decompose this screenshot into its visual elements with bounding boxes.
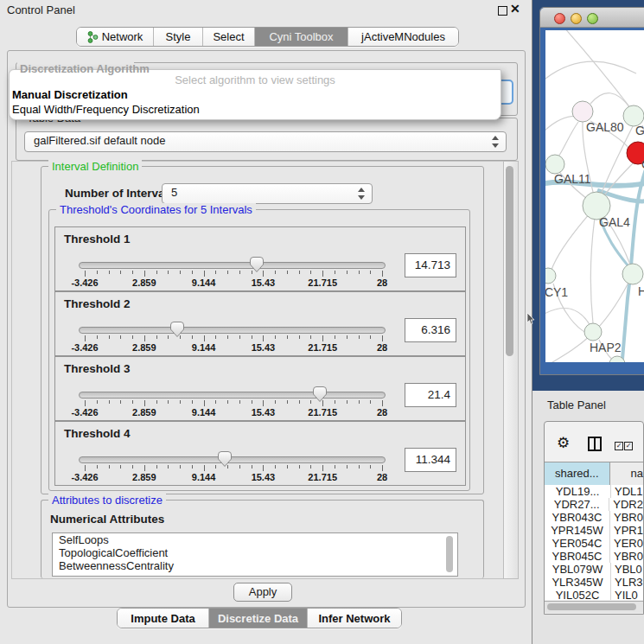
threshold-slider-track[interactable] <box>79 392 386 399</box>
slider-tick <box>168 400 169 404</box>
dropdown-item-manual[interactable]: Manual Discretization <box>12 88 128 101</box>
dropdown-hint: Select algorithm to view settings <box>10 73 501 86</box>
float-window-icon[interactable] <box>498 6 507 16</box>
slider-tick <box>347 271 348 274</box>
close-icon[interactable]: ✕ <box>510 2 520 16</box>
network-node[interactable] <box>622 264 643 284</box>
threshold-value-field[interactable]: 11.344 <box>405 448 456 472</box>
slider-tick <box>370 400 371 404</box>
threshold-value-field[interactable]: 6.316 <box>405 318 456 342</box>
slider-tick <box>85 400 86 406</box>
table-row[interactable]: YDL19...YDL1 <box>545 485 643 498</box>
network-node[interactable] <box>572 101 593 122</box>
threshold-slider-thumb[interactable] <box>217 450 233 468</box>
threshold-slider-track[interactable] <box>79 262 386 269</box>
tab-network[interactable]: Network <box>77 28 154 46</box>
attribute-item[interactable]: TopologicalCoefficient <box>53 546 457 559</box>
slider-tick <box>144 335 145 341</box>
table-row[interactable]: YBL079WYBL0 <box>545 563 643 576</box>
table-row[interactable]: YBR043CYBR0 <box>545 511 643 524</box>
slider-tick <box>132 465 133 469</box>
mouse-cursor <box>526 313 535 325</box>
table-row[interactable]: YIL052CYIL0 <box>545 589 643 600</box>
threshold-slider-track[interactable] <box>79 327 386 334</box>
tab-cyni-toolbox[interactable]: Cyni Toolbox <box>255 28 348 46</box>
close-traffic-light-icon[interactable] <box>554 13 565 24</box>
checkbox-icon[interactable]: ✓ <box>624 442 633 450</box>
checkbox-icon[interactable]: ✓ <box>615 442 623 450</box>
slider-tick <box>120 271 121 274</box>
dropdown-item-equal-width[interactable]: Equal Width/Frequency Discretization <box>12 103 200 116</box>
attributes-group-label: Attributes to discretize <box>48 494 166 507</box>
column-header-name[interactable]: na <box>610 462 643 485</box>
zoom-traffic-light-icon[interactable] <box>587 13 598 24</box>
tab-infer-network[interactable]: Infer Network <box>308 609 401 628</box>
horizontal-scrollbar-track[interactable] <box>545 601 643 613</box>
gear-icon[interactable]: ⚙ <box>557 436 570 450</box>
table-cell: YPR145W <box>545 524 610 537</box>
threshold-slider-thumb[interactable] <box>249 256 265 273</box>
table-cell: YBL079W <box>545 563 611 576</box>
tab-discretize-data[interactable]: Discretize Data <box>209 609 308 628</box>
slider-tick <box>192 271 193 274</box>
show-columns-icon[interactable] <box>588 437 602 451</box>
slider-tick <box>287 335 288 339</box>
vertical-scrollbar-thumb[interactable] <box>506 166 513 356</box>
tab-discretize-data-label: Discretize Data <box>218 612 298 625</box>
table-data-combobox[interactable]: galFiltered.sif default node <box>24 131 507 152</box>
slider-tick <box>192 335 193 339</box>
table-row[interactable]: YPR145WYPR1 <box>545 524 643 537</box>
table-row[interactable]: YDR27...YDR2 <box>545 498 643 511</box>
network-node-label: GAL4 <box>599 215 630 229</box>
slider-tick <box>310 465 311 469</box>
numerical-attributes-list[interactable]: SelfLoopsTopologicalCoefficientBetweenne… <box>52 532 458 577</box>
attributes-scrollbar-thumb[interactable] <box>446 536 453 572</box>
slider-tick <box>347 465 348 469</box>
numerical-attributes-title: Numerical Attributes <box>50 513 164 526</box>
table-cell: YIL0 <box>611 589 638 600</box>
horizontal-scrollbar-thumb[interactable] <box>547 603 636 610</box>
tab-style[interactable]: Style <box>154 28 203 46</box>
threshold-slider-thumb[interactable] <box>312 386 328 403</box>
threshold-value-field[interactable]: 21.4 <box>405 383 456 407</box>
tab-jactivemnodules[interactable]: jActiveMNodules <box>348 28 458 46</box>
combo-stepper-icon <box>491 136 499 148</box>
apply-button[interactable]: Apply <box>233 583 292 602</box>
slider-scale-label: 21.715 <box>296 342 348 353</box>
application-window: Control Panel ✕ Network Style Select Cyn… <box>0 0 644 644</box>
minimize-traffic-light-icon[interactable] <box>571 13 582 24</box>
tab-select[interactable]: Select <box>203 28 255 46</box>
threshold-value-field[interactable]: 14.713 <box>405 253 456 277</box>
slider-scale-label: -3.426 <box>59 407 111 418</box>
threshold-slider-thumb[interactable] <box>169 321 185 338</box>
slider-tick <box>275 335 276 339</box>
number-of-intervals-combobox[interactable]: 5 <box>162 183 373 204</box>
slider-tick <box>335 335 335 339</box>
table-cell: YIL052C <box>545 589 611 600</box>
tab-network-label: Network <box>102 30 143 43</box>
cyni-bottom-tabs: Impute Data Discretize Data Infer Networ… <box>117 608 402 628</box>
slider-tick <box>204 465 205 471</box>
slider-scale-label: 9.144 <box>178 277 230 288</box>
tab-impute-data[interactable]: Impute Data <box>118 609 209 628</box>
slider-tick <box>263 335 264 341</box>
network-node[interactable] <box>584 323 602 341</box>
slider-tick <box>192 465 193 469</box>
network-node[interactable] <box>545 268 556 284</box>
table-row[interactable]: YLR345WYLR3 <box>545 576 643 589</box>
network-canvas[interactable]: GAL80GACGAL11GAL4GCY1HHAP2 <box>545 30 644 362</box>
attribute-item[interactable]: SelfLoops <box>53 533 457 546</box>
network-node[interactable] <box>545 155 564 174</box>
attribute-item[interactable]: BetweennessCentrality <box>53 559 457 572</box>
table-row[interactable]: YBR045CYBR0 <box>545 550 643 563</box>
column-header-shared[interactable]: shared... <box>545 462 610 485</box>
table-row[interactable]: YER054CYER0 <box>545 537 643 550</box>
threshold-panel: Threshold 1-3.4262.8599.14415.4321.71528… <box>54 226 466 291</box>
network-window[interactable]: GAL80GACGAL11GAL4GCY1HHAP2 <box>539 7 644 375</box>
slider-tick <box>132 400 133 404</box>
tab-infer-network-label: Infer Network <box>318 612 390 625</box>
slider-tick <box>227 271 228 274</box>
network-window-titlebar[interactable] <box>540 8 644 28</box>
slider-tick <box>227 335 228 339</box>
slider-scale-label: 2.859 <box>118 407 170 418</box>
